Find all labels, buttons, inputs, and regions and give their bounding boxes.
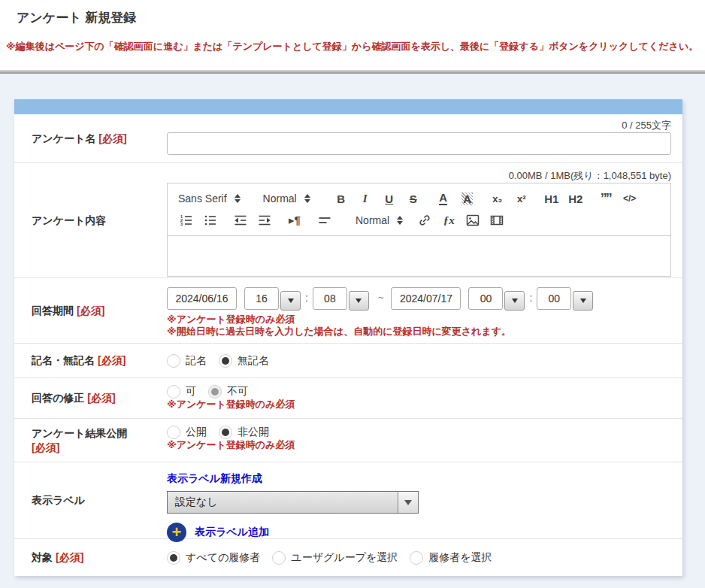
underline-button[interactable]: U [381, 189, 398, 208]
correction-label-cell: 回答の修正 [必須] [14, 378, 167, 418]
radio-user-group-label: ユーザグループを選択 [291, 551, 398, 565]
superscript-button[interactable]: x² [513, 189, 530, 208]
start-date-input[interactable] [167, 287, 237, 310]
formula-button[interactable]: ƒx [440, 211, 457, 229]
start-hour-input[interactable] [244, 287, 279, 310]
bullet-list-icon [204, 214, 217, 227]
radio-signed-label: 記名 [186, 354, 207, 368]
radio-anonymous[interactable]: 無記名 [219, 354, 269, 368]
correction-note: ※アンケート登録時のみ必須 [167, 399, 671, 411]
blockquote-button[interactable]: ”” [598, 189, 614, 208]
radio-user-group[interactable]: ユーザグループを選択 [272, 551, 398, 565]
heading1-button[interactable]: H1 [543, 189, 560, 208]
radio-correction-not-allowed[interactable]: 不可 [208, 385, 248, 399]
updown-arrows-icon [304, 194, 310, 203]
highlight-glyph: A [461, 192, 473, 205]
font-size-picker[interactable]: Normal [263, 192, 310, 205]
period-note-2: ※開始日時に過去日時を入力した場合は、自動的に登録日時に変更されます。 [167, 326, 671, 338]
rich-text-editor: Sans Serif Normal B I U S [167, 183, 671, 277]
publication-label: アンケート結果公開 [32, 426, 127, 441]
strikethrough-button[interactable]: S [405, 189, 422, 208]
answer-period-value-cell: : ~ : [167, 278, 682, 343]
italic-button[interactable]: I [357, 189, 374, 208]
indent-icon [258, 214, 271, 227]
end-minute-combo [537, 287, 593, 311]
radio-select-students-label: 履修者を選択 [428, 551, 492, 565]
page-content: アンケート名 [必須] 0 / 255文字 アンケート内容 0.00MB / 1… [0, 74, 705, 588]
target-radio-group: すべての履修者 ユーザグループを選択 履修者を選択 [167, 551, 504, 565]
survey-form-table: アンケート名 [必須] 0 / 255文字 アンケート内容 0.00MB / 1… [14, 114, 682, 576]
row-survey-name: アンケート名 [必須] 0 / 255文字 [14, 114, 682, 162]
radio-circle-checked-icon [167, 551, 180, 565]
display-label-label: 表示ラベル [32, 493, 85, 508]
correction-label: 回答の修正 [32, 391, 84, 405]
row-answer-period: 回答期間 [必須] : [14, 277, 682, 343]
link-button[interactable] [416, 211, 433, 229]
end-hour-dropdown-button[interactable] [504, 291, 525, 311]
outdent-button[interactable] [232, 211, 249, 229]
font-size-picker-value: Normal [263, 192, 297, 205]
video-button[interactable] [489, 211, 505, 229]
code-block-button[interactable]: </> [622, 189, 638, 208]
radio-correction-allowed[interactable]: 可 [167, 385, 196, 399]
align-icon [318, 214, 331, 227]
publication-note: ※アンケート登録時のみ必須 [167, 439, 671, 451]
page-instruction-note: ※編集後はページ下の「確認画面に進む」または「テンプレートとして登録」から確認画… [6, 40, 698, 53]
start-minute-input[interactable] [313, 287, 347, 310]
end-hour-input[interactable] [468, 287, 503, 310]
radio-public[interactable]: 公開 [167, 426, 207, 439]
bullet-list-button[interactable] [202, 211, 219, 229]
ordered-list-button[interactable]: 123 [178, 211, 195, 229]
page-title: アンケート 新規登録 [17, 9, 136, 26]
radio-circle-icon [410, 551, 423, 565]
align-button[interactable] [316, 211, 333, 229]
text-direction-button[interactable]: ▸¶ [286, 211, 303, 229]
display-label-select[interactable]: 設定なし [167, 491, 419, 514]
end-date-input[interactable] [391, 287, 461, 310]
anonymity-radio-group: 記名 無記名 [167, 354, 281, 368]
period-note-1: ※アンケート登録時のみ必須 [167, 314, 671, 326]
row-answer-correction: 回答の修正 [必須] 可 不可 ※アンケート登録時のみ必須 [14, 377, 682, 418]
heading2-button[interactable]: H2 [567, 189, 584, 208]
editor-content-area[interactable] [168, 235, 670, 276]
chevron-down-icon [288, 299, 294, 303]
display-label-label-cell: 表示ラベル [14, 462, 167, 538]
ordered-list-icon: 123 [180, 214, 193, 227]
text-color-button[interactable]: A [435, 189, 452, 208]
publication-label-cell: アンケート結果公開 [必須] [14, 419, 167, 462]
editor-toolbar-row-2: 123 ▸¶ [178, 211, 660, 230]
correction-required-badge: [必須] [87, 391, 115, 405]
create-display-label-link[interactable]: 表示ラベル新規作成 [167, 472, 262, 486]
outdent-icon [234, 214, 247, 227]
survey-name-input[interactable] [167, 132, 671, 155]
chevron-down-icon [356, 299, 362, 303]
plus-icon: + [172, 524, 182, 541]
row-anonymity: 記名・無記名 [必須] 記名 無記名 [14, 343, 682, 377]
start-minute-combo [313, 287, 369, 311]
chevron-down-icon [580, 299, 586, 303]
highlight-color-button[interactable]: A [459, 189, 476, 208]
answer-period-required-badge: [必須] [77, 304, 104, 318]
survey-form-panel: アンケート名 [必須] 0 / 255文字 アンケート内容 0.00MB / 1… [14, 99, 682, 576]
radio-select-students[interactable]: 履修者を選択 [410, 551, 492, 565]
bold-button[interactable]: B [333, 189, 349, 208]
survey-name-value-cell: 0 / 255文字 [167, 114, 682, 162]
line-height-picker[interactable]: Normal [356, 214, 403, 226]
image-button[interactable] [464, 211, 481, 229]
radio-all-students[interactable]: すべての履修者 [167, 551, 260, 565]
start-hour-dropdown-button[interactable] [280, 291, 301, 311]
subscript-button[interactable]: x₂ [489, 189, 506, 208]
radio-signed[interactable]: 記名 [167, 354, 207, 368]
survey-content-value-cell: 0.00MB / 1MB(残り：1,048,551 byte) Sans Ser… [167, 163, 682, 277]
font-family-picker[interactable]: Sans Serif [178, 192, 241, 205]
target-label: 対象 [32, 550, 53, 565]
end-minute-input[interactable] [537, 287, 571, 310]
target-label-cell: 対象 [必須] [14, 539, 167, 576]
indent-button[interactable] [256, 211, 273, 229]
select-dropdown-button[interactable] [398, 492, 418, 513]
publication-radio-group: 公開 非公開 [167, 426, 671, 439]
radio-private[interactable]: 非公開 [219, 426, 269, 439]
start-minute-dropdown-button[interactable] [349, 291, 369, 311]
add-display-label-link[interactable]: 表示ラベル追加 [195, 526, 269, 539]
end-minute-dropdown-button[interactable] [573, 291, 593, 311]
